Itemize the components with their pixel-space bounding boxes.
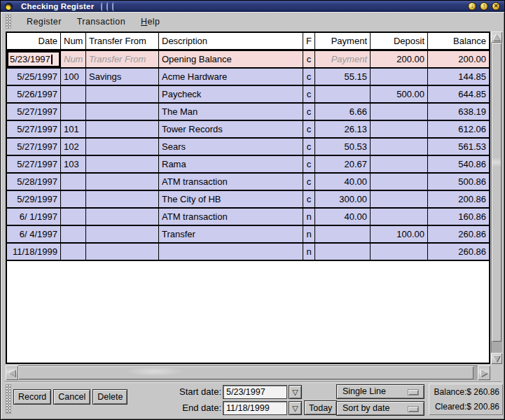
cell-payment[interactable] — [315, 86, 370, 102]
scroll-left-button[interactable] — [6, 365, 18, 380]
cell-deposit[interactable] — [371, 191, 427, 207]
maximize-button[interactable]: ↑ — [480, 2, 488, 10]
window-menu-icon[interactable] — [5, 3, 13, 10]
cell-transfer[interactable] — [86, 121, 158, 137]
cell-num[interactable]: 102 — [61, 139, 85, 155]
transaction-row-selected[interactable]: 5/23/1997NumTransfer FromOpening Balance… — [7, 51, 489, 69]
cell-f[interactable]: c — [303, 86, 314, 102]
today-button[interactable]: Today — [304, 400, 337, 415]
transaction-row[interactable]: 5/29/1997The City of HBc300.00200.86 — [7, 191, 489, 209]
transaction-row[interactable]: 5/26/1997Paycheckc500.00644.85 — [7, 86, 489, 104]
cell-transfer[interactable]: Transfer From — [86, 51, 158, 67]
cell-num[interactable] — [61, 244, 85, 260]
cell-desc[interactable]: Rama — [159, 156, 303, 172]
cell-transfer[interactable] — [86, 226, 158, 242]
cell-payment[interactable] — [315, 226, 370, 242]
menu-help[interactable]: Help — [141, 17, 160, 27]
sort-mode-dropdown[interactable]: Sort by date — [336, 401, 424, 416]
cell-date[interactable]: 5/25/1997 — [7, 69, 60, 85]
cell-f[interactable]: n — [303, 244, 314, 260]
cell-transfer[interactable] — [86, 104, 158, 120]
vertical-scrollbar-thumb[interactable] — [492, 43, 501, 342]
record-button[interactable]: Record — [13, 389, 51, 405]
cell-desc[interactable]: Paycheck — [159, 86, 303, 102]
cell-payment[interactable] — [315, 244, 370, 260]
cell-transfer[interactable] — [86, 244, 158, 260]
cell-desc[interactable]: ATM transaction — [159, 209, 303, 225]
cell-deposit[interactable]: 500.00 — [371, 86, 427, 102]
cell-payment[interactable]: 20.67 — [315, 156, 370, 172]
cell-deposit[interactable] — [371, 104, 427, 120]
menu-transaction[interactable]: Transaction — [77, 17, 125, 27]
cell-desc[interactable]: ATM transaction — [159, 174, 303, 190]
column-header-date[interactable]: Date — [7, 33, 60, 49]
date-edit-field[interactable]: 5/23/1997 — [7, 51, 60, 67]
end-date-field[interactable]: 11/18/1999 — [223, 401, 287, 415]
cell-num[interactable] — [61, 174, 85, 190]
end-date-dropdown-button[interactable]: ▽ — [289, 401, 302, 415]
cell-deposit[interactable]: 100.00 — [371, 226, 427, 242]
cell-num[interactable] — [61, 191, 85, 207]
menubar-grip[interactable] — [6, 15, 11, 29]
cell-balance[interactable]: 200.00 — [428, 51, 489, 67]
cell-payment[interactable]: 6.66 — [315, 104, 370, 120]
transaction-row[interactable]: 5/27/1997103Ramac20.67540.86 — [7, 156, 489, 174]
cell-transfer[interactable] — [86, 156, 158, 172]
cell-date[interactable]: 5/27/1997 — [7, 156, 60, 172]
cell-num[interactable] — [61, 86, 85, 102]
cell-f[interactable]: c — [303, 104, 314, 120]
cell-f[interactable]: c — [303, 174, 314, 190]
cell-date[interactable]: 5/27/1997 — [7, 139, 60, 155]
cell-date[interactable]: 6/ 1/1997 — [7, 209, 60, 225]
cell-desc[interactable]: Opening Balance — [159, 51, 303, 67]
close-button[interactable]: ✕ — [492, 2, 500, 10]
cell-deposit[interactable] — [371, 156, 427, 172]
cell-date[interactable]: 5/27/1997 — [7, 121, 60, 137]
cell-transfer[interactable] — [86, 174, 158, 190]
column-header-description[interactable]: Description — [159, 33, 303, 49]
cell-balance[interactable]: 540.86 — [428, 156, 489, 172]
cell-balance[interactable]: 260.86 — [428, 226, 489, 242]
cell-payment[interactable]: 300.00 — [315, 191, 370, 207]
titlebar[interactable]: Checking Register ↓ ↑ ✕ — [1, 1, 504, 12]
cell-desc[interactable]: The Man — [159, 104, 303, 120]
cell-f[interactable]: c — [303, 191, 314, 207]
cell-date[interactable]: 5/28/1997 — [7, 174, 60, 190]
delete-button[interactable]: Delete — [92, 389, 127, 405]
cancel-button[interactable]: Cancel — [53, 389, 90, 405]
cell-desc[interactable]: Sears — [159, 139, 303, 155]
cell-payment[interactable]: 50.53 — [315, 139, 370, 155]
column-header-deposit[interactable]: Deposit — [371, 33, 427, 49]
scroll-down-button[interactable] — [491, 353, 502, 364]
cell-transfer[interactable]: Savings — [86, 69, 158, 85]
column-header-balance[interactable]: Balance — [428, 33, 489, 49]
horizontal-scrollbar-thumb[interactable] — [18, 366, 473, 379]
start-date-dropdown-button[interactable]: ▽ — [289, 385, 302, 399]
cell-date[interactable]: 5/27/1997 — [7, 104, 60, 120]
cell-payment[interactable]: 40.00 — [315, 209, 370, 225]
cell-deposit[interactable] — [371, 174, 427, 190]
cell-balance[interactable]: 638.19 — [428, 104, 489, 120]
cell-deposit[interactable] — [371, 244, 427, 260]
cell-desc[interactable]: Tower Records — [159, 121, 303, 137]
cell-payment[interactable]: 26.13 — [315, 121, 370, 137]
cell-f[interactable]: n — [303, 209, 314, 225]
cell-num[interactable]: 100 — [61, 69, 85, 85]
cell-deposit[interactable] — [371, 121, 427, 137]
transaction-row[interactable]: 5/27/1997101Tower Recordsc26.13612.06 — [7, 121, 489, 139]
cell-date[interactable]: 6/ 4/1997 — [7, 226, 60, 242]
cell-num[interactable] — [61, 226, 85, 242]
cell-payment[interactable]: Payment — [315, 51, 370, 67]
cell-num[interactable] — [61, 209, 85, 225]
cell-f[interactable]: c — [303, 156, 314, 172]
transaction-row[interactable]: 6/ 1/1997ATM transactionn40.00160.86 — [7, 209, 489, 226]
cell-date[interactable]: 5/26/1997 — [7, 86, 60, 102]
cell-desc[interactable]: Transfer — [159, 226, 303, 242]
cell-transfer[interactable] — [86, 191, 158, 207]
cell-balance[interactable]: 160.86 — [428, 209, 489, 225]
view-mode-dropdown[interactable]: Single Line — [336, 384, 424, 399]
start-date-field[interactable]: 5/23/1997 — [223, 385, 287, 399]
cell-date[interactable]: 5/29/1997 — [7, 191, 60, 207]
transaction-row[interactable]: 6/ 4/1997Transfern100.00260.86 — [7, 226, 489, 244]
cell-desc[interactable] — [159, 244, 303, 260]
